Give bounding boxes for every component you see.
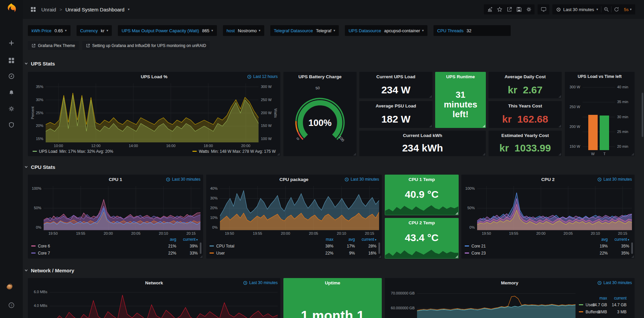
cpu-package-chart[interactable]: 40%30%20%10%0%19:5019:5520:0020:0520:102… — [206, 184, 382, 259]
dashboard-settings-gear-icon[interactable] — [524, 5, 534, 14]
legend-series[interactable]: User — [210, 251, 312, 256]
legend-column-header[interactable]: max — [588, 296, 607, 301]
dashboards-icon[interactable] — [6, 55, 17, 66]
panel-title[interactable]: Estimated Yearly Cost — [501, 133, 549, 138]
variable-value[interactable]: apcupsd-container▾ — [384, 28, 424, 33]
panel-title[interactable]: CPU 2 Temp — [409, 220, 435, 225]
variable-value[interactable]: 0.65▾ — [54, 28, 66, 33]
legend-column-header[interactable]: current▾ — [176, 237, 198, 242]
variable-ups-datasource[interactable]: UPS Datasource apcupsd-container▾ — [345, 25, 427, 36]
time-range-picker[interactable]: Last 30 minutes ▾ — [553, 5, 601, 14]
panel-title[interactable]: UPS Load vs Time left — [578, 74, 622, 79]
legend-column-header[interactable]: current▾ — [608, 237, 629, 242]
panel-title[interactable]: Average Daily Cost — [505, 74, 546, 79]
legend-series[interactable]: Core 7 — [31, 251, 155, 256]
legend-series[interactable]: Buffered — [579, 310, 588, 314]
bar-W[interactable] — [588, 115, 598, 150]
legend-item[interactable]: UPS LoadMin: 17% Max: 32% Avg: 20% — [33, 149, 113, 154]
refresh-icon[interactable] — [611, 5, 621, 14]
network-chart[interactable]: 6.0 MBs4.0 MBs2.0 MBs0 MBs — [28, 287, 280, 318]
panel-title[interactable]: CPU 1 Temp — [409, 177, 435, 182]
plot-area[interactable] — [477, 186, 632, 230]
panel-time-range-badge[interactable]: Last 30 minutes — [166, 177, 200, 182]
create-icon[interactable] — [6, 38, 17, 48]
breadcrumb-folder[interactable]: Unraid — [41, 7, 56, 12]
variable-value[interactable]: 865▾ — [202, 28, 213, 33]
panel-title[interactable]: Average PSU Load — [376, 103, 416, 108]
ups-load-chart[interactable]: Percent35%30%25%20%15%300 W250 W200 W150… — [28, 81, 280, 156]
panel-title[interactable]: CPU package — [279, 177, 308, 182]
refresh-interval-picker[interactable]: 5s ▾ — [621, 7, 634, 12]
panel-title[interactable]: CPU 1 — [109, 177, 122, 182]
panel-time-range-badge[interactable]: Last 30 minutes — [243, 280, 278, 285]
panel-time-range-badge[interactable]: Last 12 hours — [247, 74, 278, 79]
variable-value[interactable]: Nostromo▾ — [238, 28, 260, 33]
panel-title[interactable]: UPS Load % — [141, 74, 168, 79]
page-scrollbar[interactable] — [642, 93, 643, 137]
panel-time-range-badge[interactable]: Last 30 minutes — [597, 280, 632, 285]
save-icon[interactable] — [514, 5, 524, 14]
grafana-logo-icon[interactable] — [5, 2, 18, 16]
tv-monitor-icon[interactable] — [539, 5, 548, 14]
section-header-ups-stats[interactable]: UPS Stats — [24, 60, 55, 67]
panel-title[interactable]: Uptime — [325, 280, 340, 285]
caret-down-icon[interactable]: ▾ — [128, 8, 130, 11]
panel-title[interactable]: UPS Battery Charge — [298, 74, 341, 79]
memory-chart[interactable]: 70.000000 GB60.000000 GB50.000000 GB40.0… — [385, 287, 635, 318]
legend-column-header[interactable]: current▾ — [355, 237, 376, 242]
variable-host[interactable]: host Nostromo▾ — [223, 25, 264, 36]
legend-series[interactable]: CPU Total — [210, 244, 312, 248]
legend-column-header[interactable]: max — [312, 237, 333, 242]
legend-series[interactable]: Used — [579, 303, 588, 307]
legend-series[interactable]: Core 6 — [31, 244, 155, 248]
plot-area[interactable] — [417, 289, 576, 318]
section-header-network-memory[interactable]: Network / Memory — [24, 267, 74, 274]
zoom-out-icon[interactable] — [601, 5, 611, 14]
share-icon[interactable] — [504, 5, 514, 14]
legend-column-header[interactable]: avg — [333, 237, 355, 242]
admin-shield-icon[interactable] — [6, 120, 17, 130]
cpu1-chart[interactable]: 100%50%0%19:5019:5520:0020:0520:1020:15a… — [28, 184, 203, 259]
bar-T[interactable] — [600, 116, 609, 150]
panel-time-range-badge[interactable]: Last 30 minutes — [597, 177, 632, 182]
alerting-bell-icon[interactable] — [6, 87, 17, 98]
legend-series[interactable]: Core 23 — [465, 251, 586, 256]
legend-item[interactable]: WattsMin: 148 W Max: 278 W Avg: 175 W — [192, 149, 276, 154]
legend-scrollbar[interactable] — [200, 242, 201, 254]
legend-column-header[interactable]: avg — [155, 237, 176, 242]
variable-currency[interactable]: Currency kr▾ — [77, 25, 112, 36]
variable-kwh-price[interactable]: kWh Price 0.65▾ — [28, 25, 71, 36]
variable-telegraf-datasource[interactable]: Telegraf Datasource Telegraf▾ — [270, 25, 339, 36]
section-header-cpu-stats[interactable]: CPU Stats — [24, 163, 55, 171]
cpu-threads-input[interactable]: 32 — [467, 28, 507, 33]
plot-area[interactable] — [583, 83, 615, 151]
panel-time-range-badge[interactable]: Last 30 minutes — [344, 177, 379, 182]
add-panel-icon[interactable] — [485, 5, 495, 14]
variable-cpu-threads[interactable]: CPU Threads 32 — [433, 25, 511, 36]
battery-charge-gauge[interactable]: 0 50 100 100% — [283, 81, 357, 156]
legend-scrollbar[interactable] — [378, 242, 380, 254]
panel-title[interactable]: This Years Cost — [508, 103, 542, 108]
panel-title[interactable]: Current Load kWh — [403, 133, 442, 138]
link-grafana-plex-theme[interactable]: Grafana Plex Theme — [28, 41, 79, 50]
help-icon[interactable]: ? — [6, 300, 17, 311]
user-avatar[interactable] — [6, 283, 17, 294]
panel-title[interactable]: UPS Runtime — [446, 74, 475, 79]
cpu2-chart[interactable]: 100%50%0%19:5019:5520:0020:0520:1020:15a… — [461, 184, 635, 259]
star-icon[interactable] — [495, 5, 504, 14]
plot-area[interactable] — [46, 83, 259, 143]
legend-column-header[interactable]: current — [607, 296, 627, 301]
configuration-gear-icon[interactable] — [6, 103, 17, 114]
panel-title[interactable]: CPU 2 — [541, 177, 555, 182]
dashboard-title[interactable]: Unraid System Dashboard — [65, 7, 125, 12]
apps-grid-icon[interactable] — [28, 5, 38, 14]
variable-value[interactable]: kr▾ — [101, 28, 108, 33]
legend-series[interactable]: Core 21 — [465, 244, 586, 248]
panel-title[interactable]: Network — [145, 280, 163, 285]
variable-ups-max-output[interactable]: UPS Max Output Power Capacity (Watt) 865… — [118, 25, 217, 36]
plot-area[interactable] — [44, 186, 200, 230]
plot-area[interactable] — [50, 289, 278, 318]
legend-scrollbar[interactable] — [631, 242, 633, 254]
plot-area[interactable] — [220, 186, 379, 230]
link-ups-monitoring-guide[interactable]: Setting up Grafana and InfluxDB for UPS … — [82, 41, 210, 50]
